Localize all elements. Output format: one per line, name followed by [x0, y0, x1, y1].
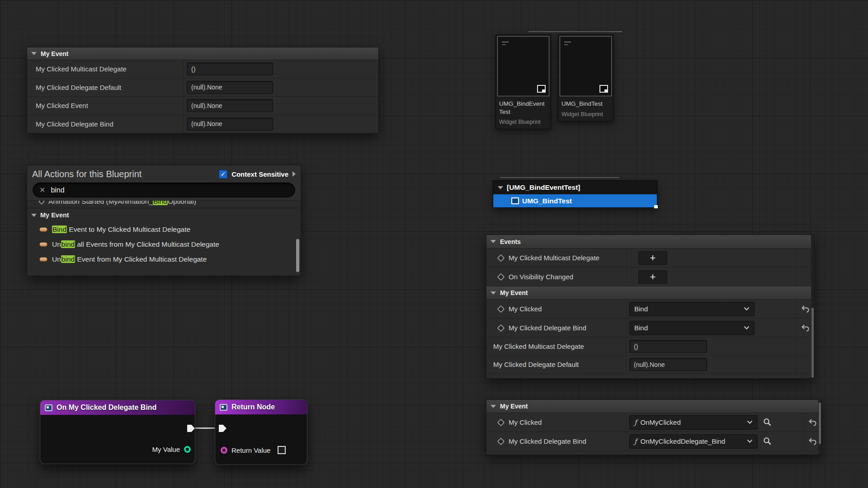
delegate-bind-row: My Clicked Delegate Bind ƒ OnMyClickedDe…	[486, 432, 821, 451]
asset-thumbnail	[497, 36, 549, 96]
category-label: My Event	[41, 50, 68, 57]
collapse-triangle-icon	[491, 405, 496, 408]
collapse-triangle-icon	[491, 291, 496, 295]
reset-to-default-button[interactable]	[801, 324, 810, 332]
function-icon: ƒ	[634, 437, 637, 446]
add-event-button[interactable]: +	[638, 251, 667, 265]
action-list-item[interactable]: Bind Event to My Clicked Multicast Deleg…	[27, 222, 301, 237]
bool-output-pin[interactable]	[184, 446, 191, 453]
delegate-bind-row: My Clicked Bind	[486, 300, 814, 319]
details-panel-events: Events My Clicked Multicast Delegate + O…	[486, 235, 815, 379]
bind-dropdown[interactable]: Bind	[629, 321, 755, 335]
node-header[interactable]: On My Clicked Delegate Bind	[40, 400, 195, 415]
clear-search-icon[interactable]: ✕	[39, 187, 45, 194]
actions-category-my-event[interactable]: My Event	[27, 208, 301, 222]
category-header-my-event[interactable]: My Event	[486, 286, 814, 300]
event-pin-icon	[497, 324, 505, 332]
action-label: Unbind all Events from My Clicked Multic…	[52, 240, 219, 249]
browse-to-function-button[interactable]	[763, 437, 772, 446]
delegate-bind-row: My Clicked ƒ OnMyClicked	[486, 413, 821, 432]
context-sensitive-label: Context Sensitive	[231, 170, 288, 178]
function-select-dropdown[interactable]: ƒ OnMyClicked	[629, 415, 758, 430]
property-label: My Clicked	[509, 305, 542, 313]
hierarchy-root-label: [UMG_BindEventTest]	[507, 183, 580, 192]
exec-output-pin[interactable]	[187, 425, 195, 432]
property-value-field[interactable]: (null).None	[187, 99, 273, 112]
reset-to-default-button[interactable]	[801, 305, 810, 313]
pin-label: Return Value	[231, 446, 270, 454]
widget-blueprint-icon	[537, 85, 546, 93]
node-return-node[interactable]: Return Node Return Value	[215, 399, 307, 465]
collapse-triangle-icon	[491, 240, 496, 243]
widget-blueprint-icon	[511, 197, 519, 204]
function-select-dropdown[interactable]: ƒ OnMyClickedDelegate_Bind	[629, 434, 758, 449]
reset-to-default-button[interactable]	[808, 437, 817, 445]
category-header-my-event[interactable]: My Event	[27, 47, 378, 60]
expand-arrow-icon[interactable]	[292, 171, 296, 177]
clipped-list-item[interactable]: Animation Started (MyAnimation_BindOptio…	[27, 201, 301, 208]
hierarchy-selected-item[interactable]: UMG_BindTest	[493, 194, 657, 207]
event-pin-icon	[497, 273, 505, 281]
node-on-my-clicked-delegate-bind[interactable]: On My Clicked Delegate Bind My Value	[40, 400, 195, 464]
bool-input-pin[interactable]	[221, 447, 227, 454]
exec-input-pin[interactable]	[219, 425, 226, 432]
asset-card-umg-bindeventtest[interactable]: UMG_BindEventTest Widget Blueprint	[495, 34, 551, 129]
event-row: On Visibility Changed +	[486, 267, 814, 286]
reset-to-default-button[interactable]	[808, 418, 817, 426]
node-header[interactable]: Return Node	[215, 400, 307, 415]
bind-dropdown[interactable]: Bind	[629, 302, 755, 316]
event-node-icon	[45, 404, 52, 411]
function-icon: ƒ	[634, 418, 637, 427]
context-sensitive-checkbox[interactable]: ✓	[219, 170, 227, 178]
actions-title-bar: All Actions for this Blueprint ✓ Context…	[27, 165, 301, 183]
details-row: My Clicked Delegate Default (null).None	[486, 356, 814, 374]
details-row: My Clicked Delegate Bind (null).None	[27, 115, 378, 134]
property-label: My Clicked Delegate Default	[493, 361, 579, 368]
property-label: My Clicked Event	[27, 97, 183, 115]
add-event-button[interactable]: +	[638, 270, 667, 284]
scrollbar[interactable]	[818, 400, 821, 455]
category-header-events[interactable]: Events	[486, 235, 814, 249]
scrollbar-thumb[interactable]	[811, 308, 814, 378]
collapse-triangle-icon	[498, 186, 503, 189]
details-row: My Clicked Event (null).None	[27, 97, 378, 115]
event-label: On Visibility Changed	[509, 273, 573, 281]
delegate-icon	[39, 227, 47, 232]
action-list-item[interactable]: Unbind Event from My Clicked Multicast D…	[27, 252, 301, 267]
hierarchy-root-item[interactable]: [UMG_BindEventTest]	[493, 181, 657, 194]
delegate-icon	[39, 242, 47, 247]
asset-type: Widget Blueprint	[561, 111, 610, 117]
scrollbar-thumb[interactable]	[296, 239, 299, 272]
property-value-field[interactable]: ()	[187, 62, 273, 75]
category-label: My Event	[500, 289, 528, 296]
browse-to-function-button[interactable]	[763, 418, 772, 427]
category-header-my-event[interactable]: My Event	[486, 400, 821, 413]
details-row: My Clicked Multicast Delegate ()	[27, 60, 378, 79]
node-title: On My Clicked Delegate Bind	[57, 404, 156, 412]
collapse-triangle-icon	[31, 52, 37, 55]
actions-title: All Actions for this Blueprint	[32, 169, 142, 179]
chevron-down-icon	[744, 307, 750, 311]
category-label: My Event	[500, 403, 528, 410]
property-value-field[interactable]: ()	[629, 340, 707, 353]
action-label: Bind Event to My Clicked Multicast Deleg…	[52, 225, 190, 234]
property-label: My Clicked Delegate Default	[27, 79, 183, 97]
property-value-field[interactable]: (null).None	[629, 358, 707, 371]
action-list-item[interactable]: Unbind all Events from My Clicked Multic…	[27, 237, 301, 252]
all-actions-popup: All Actions for this Blueprint ✓ Context…	[27, 165, 301, 276]
widget-blueprint-icon	[599, 85, 608, 93]
property-value-field[interactable]: (null).None	[187, 117, 273, 131]
scrollbar[interactable]	[811, 235, 814, 378]
event-pin-icon	[497, 418, 505, 426]
property-value-field[interactable]: (null).None	[187, 81, 273, 94]
asset-name: UMG_BindEventTest	[499, 100, 547, 116]
actions-search-input[interactable]: ✕ bind	[33, 183, 295, 197]
property-label: My Clicked Delegate Bind	[509, 437, 586, 445]
bool-default-checkbox[interactable]	[278, 446, 286, 454]
blueprint-graph-canvas[interactable]: My Event My Clicked Multicast Delegate (…	[0, 0, 868, 488]
asset-card-umg-bindtest[interactable]: UMG_BindTest Widget Blueprint	[558, 34, 613, 122]
delegate-bind-row: My Clicked Delegate Bind Bind	[486, 319, 814, 338]
property-label: My Clicked Multicast Delegate	[27, 60, 183, 78]
scrollbar-thumb[interactable]	[819, 403, 821, 444]
search-text: bind	[51, 186, 64, 194]
